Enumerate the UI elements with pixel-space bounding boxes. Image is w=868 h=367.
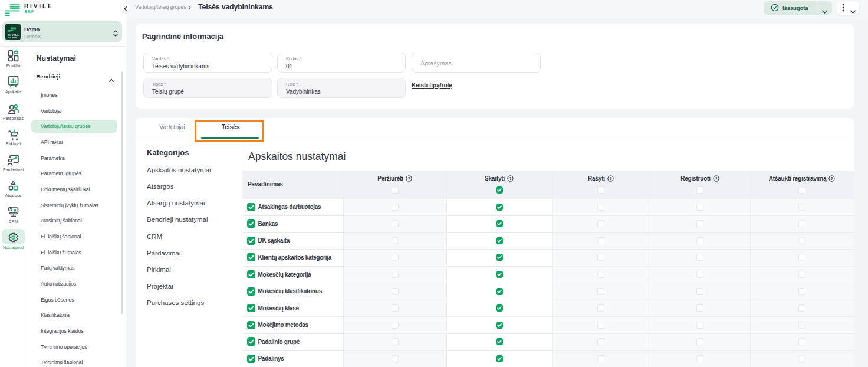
svg-text:?: ? bbox=[609, 176, 611, 181]
svg-text:?: ? bbox=[831, 176, 833, 181]
svg-text:RIVILE: RIVILE bbox=[8, 34, 20, 37]
svg-text:?: ? bbox=[509, 176, 511, 181]
svg-text:?: ? bbox=[715, 176, 717, 181]
svg-text:?: ? bbox=[407, 176, 410, 181]
